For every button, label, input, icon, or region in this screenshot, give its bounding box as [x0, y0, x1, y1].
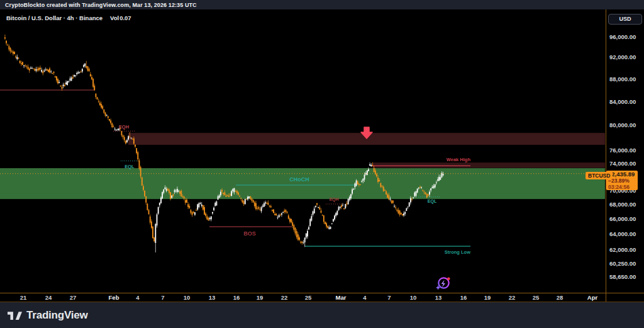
price-tick-label: 92,000.00 — [609, 54, 636, 60]
candle-down — [426, 194, 428, 198]
candle-down — [257, 208, 258, 208]
candle-down — [147, 204, 148, 210]
candle-up — [65, 82, 67, 84]
candle-up — [83, 65, 84, 67]
candle-down — [411, 199, 413, 200]
candle-down — [182, 196, 184, 197]
candle-up — [77, 72, 79, 74]
candle-up — [304, 237, 306, 242]
candle-up — [340, 206, 341, 208]
candle-up — [314, 208, 315, 213]
candle-down — [103, 110, 104, 113]
candle-down — [296, 231, 297, 237]
candle-down — [40, 68, 41, 69]
candle-down — [254, 202, 255, 206]
candle-up — [131, 138, 132, 139]
candle-down — [111, 123, 113, 127]
candle-up — [16, 57, 18, 59]
candle-down — [108, 116, 109, 118]
candle-down — [144, 191, 145, 196]
candle-down — [374, 168, 375, 172]
candle-down — [7, 45, 8, 45]
candle-down — [133, 139, 135, 144]
candle-down — [295, 228, 296, 234]
candle-down — [322, 215, 323, 215]
candle-down — [341, 205, 342, 207]
candle-up — [200, 203, 201, 204]
candle-down — [319, 207, 320, 209]
candle-down — [402, 214, 403, 215]
candle-down — [184, 196, 185, 198]
time-month-label: Apr — [587, 294, 597, 301]
boost-flash-icon[interactable] — [435, 274, 452, 292]
candle-down — [102, 106, 103, 109]
candle-up — [71, 77, 72, 81]
candle-up — [212, 212, 213, 213]
candle-up — [406, 208, 407, 211]
candle-up — [79, 72, 80, 72]
candle-down — [4, 37, 6, 38]
candle-up — [409, 203, 410, 206]
candle-down — [253, 200, 254, 203]
eqh-2-label: EQH — [329, 197, 338, 202]
candle-up — [353, 189, 354, 189]
candle-up — [75, 76, 76, 76]
candle-up — [303, 242, 304, 243]
candle-down — [221, 190, 223, 192]
candle-down — [121, 131, 123, 135]
candle-down — [425, 193, 426, 195]
candle-down — [301, 242, 303, 243]
price-axis[interactable]: USD 96,000.0092,000.0088,000.0084,000.00… — [606, 9, 644, 293]
candle-down — [238, 193, 239, 195]
time-axis[interactable]: 212427Feb47101316192225Mar47101316192225… — [0, 293, 644, 302]
candle-down — [422, 190, 423, 191]
demand-zone — [0, 168, 605, 199]
eql-2-label: EQL — [428, 199, 437, 204]
candle-down — [8, 46, 9, 49]
currency-toggle-button[interactable]: USD — [608, 14, 642, 25]
candle-down — [316, 203, 318, 205]
candle-down — [203, 205, 204, 210]
bar-countdown: 03:24:56 — [608, 184, 638, 190]
candle-up — [430, 188, 431, 190]
notification-dot — [447, 278, 450, 281]
candle-up — [306, 234, 307, 237]
candle-down — [135, 145, 136, 147]
candle-up — [410, 198, 411, 203]
time-day-label: 28 — [557, 294, 564, 301]
candle-down — [236, 191, 238, 193]
last-price-value: 72,435.89 — [608, 171, 638, 178]
candle-up — [63, 84, 64, 86]
candle-up — [30, 68, 31, 69]
candle-up — [68, 81, 69, 82]
candle-down — [90, 74, 91, 76]
candle-up — [394, 206, 395, 206]
candle-down — [243, 201, 245, 205]
candle-down — [26, 66, 28, 67]
candle-up — [265, 202, 266, 203]
candle-up — [349, 197, 350, 200]
time-day-label: 21 — [20, 294, 27, 301]
candle-down — [150, 217, 151, 223]
candle-down — [169, 189, 170, 193]
candle-down — [240, 198, 242, 199]
candle-down — [392, 201, 394, 203]
tradingview-logo-icon[interactable] — [8, 310, 22, 321]
candle-up — [247, 197, 248, 200]
candle-up — [262, 206, 264, 207]
candle-down — [274, 214, 275, 215]
candle-down — [97, 97, 98, 99]
candle-down — [25, 65, 26, 66]
chart-canvas[interactable]: EQHEQLCHoCHEQHBOSStrong LowEQLWeak High — [0, 0, 644, 328]
time-day-label: 10 — [410, 294, 417, 301]
candle-down — [96, 94, 97, 98]
candle-down — [191, 210, 192, 213]
symbol-legend[interactable]: Bitcoin / U.S. Dollar · 4h · BinanceVol0… — [6, 14, 131, 21]
candle-down — [376, 174, 377, 177]
time-day-label: 25 — [305, 294, 312, 301]
candle-down — [42, 71, 43, 73]
tradingview-brand[interactable]: TradingView — [26, 309, 88, 322]
candle-down — [386, 191, 387, 195]
candle-up — [367, 171, 368, 175]
candle-up — [336, 211, 338, 215]
